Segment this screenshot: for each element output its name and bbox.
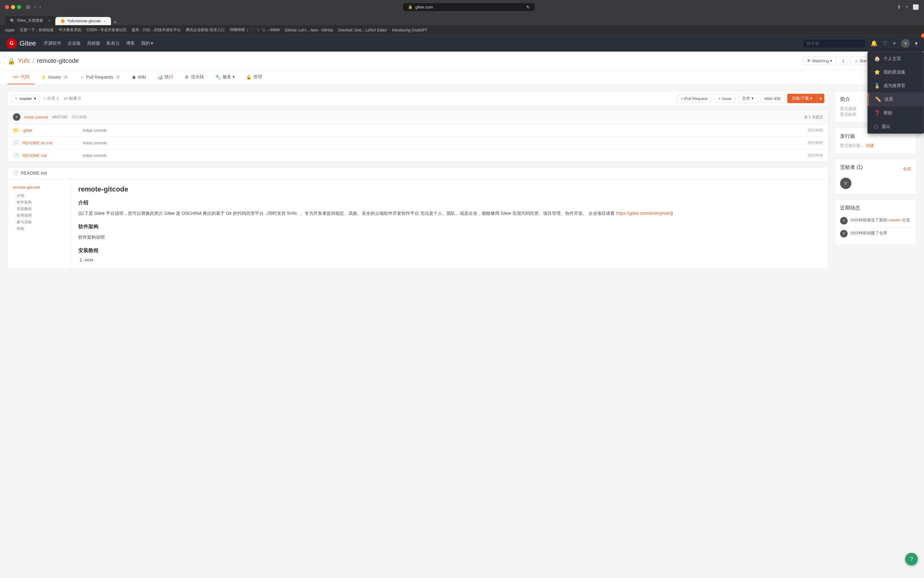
watch-dropdown-icon: ▾ <box>830 58 832 63</box>
enterprise-link[interactable]: https://gitee.com/enterprises <box>616 211 671 216</box>
file-name[interactable]: README.en.md <box>22 141 79 145</box>
bookmark-item[interactable]: 题库 · 力扣 ...的技术成长平台 <box>132 28 180 33</box>
contributors-all-link[interactable]: 全部 <box>903 166 911 172</box>
browser-tab-2[interactable]: 🔶 Yufc/remote-gitcode ✕ <box>55 17 111 25</box>
tab1-close[interactable]: ✕ <box>48 19 50 22</box>
branch-selector[interactable]: ⑂ master ▾ <box>11 95 40 102</box>
bookmark-item[interactable]: 中大教务系统 <box>59 28 81 33</box>
plus-icon[interactable]: + <box>893 40 896 47</box>
toc-sub-0[interactable]: 介绍 <box>13 192 65 199</box>
repo-name[interactable]: remote-gitcode <box>37 57 79 65</box>
star-icon-btn: ☆ <box>854 58 858 63</box>
bookmark-item[interactable]: GitHub: Let's ...here · GitHub <box>285 28 333 32</box>
back-button[interactable]: ‹ <box>34 4 36 10</box>
contributor-avatar[interactable]: Y <box>840 178 851 189</box>
float-help-button[interactable]: ? <box>905 553 918 565</box>
address-bar[interactable]: 🔒 gitee.com ↻ <box>403 3 535 11</box>
tab-prs[interactable]: ↔ Pull Requests 0 <box>75 70 126 84</box>
release-create-link[interactable]: 创建 <box>866 143 874 148</box>
tab2-close[interactable]: ✕ <box>104 19 106 23</box>
maximize-button[interactable] <box>17 5 21 9</box>
notification-icon[interactable]: 🔔 <box>871 40 877 47</box>
traffic-lights <box>5 5 21 9</box>
tab1-label: Gitee_百度搜索 <box>17 18 43 23</box>
nav-search <box>803 39 866 48</box>
bookmark-item[interactable]: Introducing ChatGPT <box>392 28 427 32</box>
share-icon[interactable]: ⬆ <box>897 4 901 10</box>
bookmark-item[interactable]: 哔哩哔哩（゜-゜）つ...--bilibili <box>230 28 280 33</box>
dropdown-item-stars[interactable]: ⭐ 我的星选集 <box>868 65 924 79</box>
grid-icon[interactable]: ⊞ <box>26 4 30 10</box>
pullrequest-button[interactable]: + Pull Request <box>676 94 712 103</box>
tab-wiki[interactable]: ◉ Wiki <box>127 70 151 84</box>
file-button[interactable]: 文件 ▾ <box>738 94 758 103</box>
nav-opensource[interactable]: 开源软件 <box>44 41 61 46</box>
toc-main[interactable]: remote-gitcode <box>13 184 65 191</box>
bookmark-icon[interactable]: ♡ <box>882 40 888 47</box>
pr-icon: ↔ <box>80 75 84 80</box>
readme-content: remote-gitcode 介绍 软件架构 安装教程 使用说明 参与贡献 特技… <box>8 179 828 269</box>
activity-branch-link[interactable]: master <box>888 218 901 222</box>
bookmark-item[interactable]: 腾讯企业邮箱-登录入口 <box>186 28 225 33</box>
tab-wiki-label: Wiki <box>138 75 146 80</box>
tab-stats-label: 统计 <box>165 74 173 80</box>
webide-button[interactable]: Web IDE <box>760 94 785 103</box>
commit-message[interactable]: Initial commit <box>24 115 48 120</box>
toc-sub-5[interactable]: 特技 <box>13 226 65 232</box>
bookmark-item[interactable]: 百度一下，你就知道 <box>20 28 54 33</box>
dropdown-item-recommend[interactable]: 🏅 成为推荐官 <box>868 79 924 93</box>
user-avatar[interactable]: Y <box>901 39 910 48</box>
dropdown-item-help[interactable]: ❓ 帮助 <box>868 106 924 120</box>
file-name[interactable]: README.md <box>22 153 79 158</box>
table-row: 📄 README.md Initial commit 23分钟前 <box>8 149 828 162</box>
close-button[interactable] <box>5 5 9 9</box>
activity-item: Y 16分钟前推送了新的 master 分支 <box>840 214 911 227</box>
activity-avatar-0: Y <box>840 217 848 224</box>
clone-button[interactable]: 克隆/下载 ▾ <box>787 94 817 103</box>
gitee-logo[interactable]: G Gitee <box>6 38 36 49</box>
browser-tab-1[interactable]: 🔍 Gitee_百度搜索 ✕ <box>5 16 55 25</box>
forward-button[interactable]: › <box>39 4 41 10</box>
dropdown-item-home[interactable]: 🏠 个人主页 <box>868 52 924 65</box>
bookmarks-bar: Apple 百度一下，你就知道 中大教务系统 CSDN - 专业开发者社区 题库… <box>0 25 924 35</box>
nav-enterprise[interactable]: 企业版 特惠 <box>68 41 81 46</box>
nav-mine[interactable]: 我的 ▾ <box>141 41 154 46</box>
new-tab-icon[interactable]: + <box>905 4 908 10</box>
file-commit: Initial commit <box>83 128 804 133</box>
bookmark-item[interactable]: CSDN - 专业开发者社区 <box>86 28 127 33</box>
clone-dropdown[interactable]: ▾ <box>817 94 824 103</box>
new-tab-button[interactable]: + <box>113 19 117 25</box>
pr-badge: 0 <box>115 75 121 79</box>
dropdown-item-settings[interactable]: ✏️ 设置 <box>868 93 924 106</box>
tab-prs-label: Pull Requests <box>86 75 113 80</box>
toc-sub-3[interactable]: 使用说明 <box>13 212 65 219</box>
tab-services[interactable]: 🔧 服务 ▾ <box>210 70 240 84</box>
logo-text: Gitee <box>19 39 36 47</box>
tab-issues[interactable]: ⚡ Issues 0 <box>36 70 74 84</box>
toc-sub-1[interactable]: 软件架构 <box>13 199 65 206</box>
search-input[interactable] <box>803 39 866 48</box>
bookmark-item[interactable]: Apple <box>5 28 15 32</box>
nav-blog[interactable]: 博客 <box>126 41 135 46</box>
nav-campus[interactable]: 高校版 <box>87 41 100 46</box>
dropdown-item-logout[interactable]: ⬡ 退出 <box>868 120 924 133</box>
sidebar-activity: 近期动态 Y 16分钟前推送了新的 master 分支 Y 16分钟前创建了仓库 <box>835 200 916 245</box>
file-name[interactable]: .gitee <box>22 128 79 133</box>
tab-pipeline[interactable]: ⚙ 流水线 <box>180 70 209 84</box>
tab-stats[interactable]: 📊 统计 <box>152 70 178 84</box>
user-dropdown-arrow[interactable]: ▾ <box>915 40 918 47</box>
issue-button[interactable]: + Issue <box>714 94 735 103</box>
toc-sub-4[interactable]: 参与贡献 <box>13 219 65 226</box>
title-bar: ⊞ ‹ › 🔒 gitee.com ↻ ⬆ + ⬜ <box>0 0 924 14</box>
branch-count: ⑂ 分支 1 <box>44 96 59 101</box>
watch-button[interactable]: 👁 Watching ▾ <box>803 57 837 65</box>
minimize-button[interactable] <box>11 5 15 9</box>
tab-manage[interactable]: 🔒 管理 <box>241 70 267 84</box>
tab-code[interactable]: </> 代码 <box>8 70 35 84</box>
nav-private-cloud[interactable]: 私有云 <box>107 41 120 46</box>
toc-sub-2[interactable]: 安装教程 <box>13 206 65 212</box>
bookmark-item[interactable]: Overleaf, Onli... LaTeX Editor <box>338 28 387 32</box>
repo-owner[interactable]: Yufc <box>18 57 30 65</box>
refresh-icon[interactable]: ↻ <box>526 5 530 10</box>
sidebar-toggle-icon[interactable]: ⬜ <box>913 4 919 10</box>
